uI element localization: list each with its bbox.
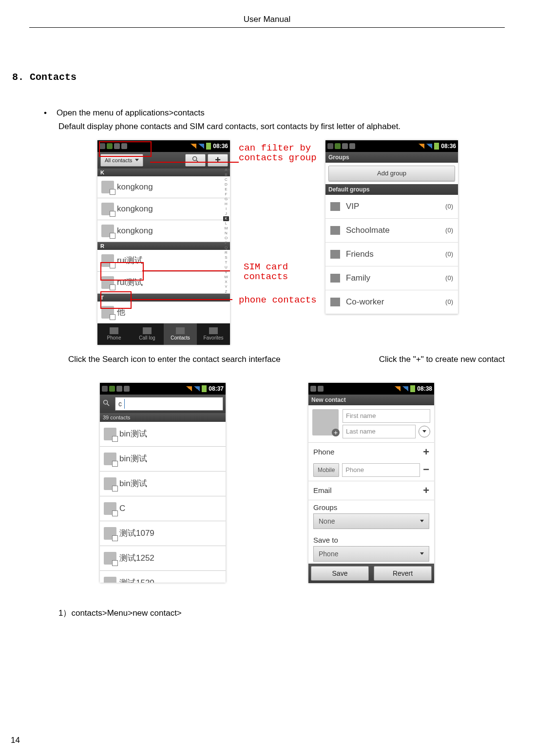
search-icon xyxy=(102,399,112,409)
group-row[interactable]: Family(0) xyxy=(325,266,458,290)
caption-right: Click the "+" to create new contact xyxy=(379,355,505,364)
phone-row: Mobile Phone − xyxy=(308,461,434,481)
status-icon xyxy=(310,386,316,392)
search-bar: c xyxy=(100,395,226,413)
search-result-row[interactable]: C xyxy=(100,496,226,521)
add-email-button[interactable]: + xyxy=(423,484,429,497)
status-icon xyxy=(349,143,355,149)
search-button[interactable] xyxy=(185,154,206,167)
page-number: 14 xyxy=(11,736,20,745)
group-icon xyxy=(330,298,340,306)
phone-input[interactable]: Phone xyxy=(342,463,420,477)
bullet-icon: • xyxy=(44,107,47,119)
tab-contacts[interactable]: Contacts xyxy=(164,323,197,345)
section-heading: 8. Contacts xyxy=(12,72,505,83)
search-result-row[interactable]: 测试1520 xyxy=(100,571,226,583)
group-name: Co-worker xyxy=(346,297,384,307)
signal-icon xyxy=(395,386,400,391)
tab-phone[interactable]: Phone xyxy=(97,323,131,345)
groups-section-label: Groups xyxy=(308,500,434,511)
result-name: C xyxy=(119,504,125,513)
contact-row[interactable]: kongkong xyxy=(97,176,230,198)
revert-button[interactable]: Revert xyxy=(374,566,432,581)
chevron-down-icon xyxy=(135,159,139,161)
avatar-icon xyxy=(101,181,114,193)
avatar-icon xyxy=(104,453,116,465)
clock: 08:37 xyxy=(209,385,224,392)
search-result-row[interactable]: bin测试 xyxy=(100,447,226,472)
contact-row[interactable]: kongkong xyxy=(97,198,230,220)
annotation-box xyxy=(99,141,152,157)
result-name: 测试1520 xyxy=(119,577,154,583)
screenshot-groups: 08:36 Groups Add group Default groups VI… xyxy=(325,140,458,314)
signal-icon xyxy=(194,386,200,391)
groups-dropdown[interactable]: None xyxy=(313,513,429,529)
group-row[interactable]: Co-worker(0) xyxy=(325,290,458,314)
screenshot-new-contact: 08:38 New contact First name Last name P… xyxy=(308,383,434,583)
annotation-line xyxy=(130,299,232,300)
signal-icon xyxy=(191,144,196,149)
bullet-text-2: Default display phone contacts and SIM c… xyxy=(58,121,505,132)
search-result-row[interactable]: 测试1079 xyxy=(100,521,226,546)
signal-icon xyxy=(426,144,432,149)
chevron-down-icon xyxy=(422,430,426,433)
battery-icon xyxy=(202,385,207,392)
bottom-tabs: PhoneCall logContactsFavorites xyxy=(97,323,230,345)
group-row[interactable]: Schoolmate(0) xyxy=(325,219,458,243)
avatar-icon xyxy=(104,502,116,515)
group-count: (0) xyxy=(445,203,453,210)
group-row[interactable]: VIP(0) xyxy=(325,195,458,219)
save-button[interactable]: Save xyxy=(311,566,369,581)
alphabet-index[interactable]: ABCDEFGHIJKLMNOPQRSTUVWXYZ xyxy=(223,168,229,294)
status-icon xyxy=(335,143,341,149)
tab-label: Phone xyxy=(107,335,121,340)
caption-left: Click the Search icon to enter the conta… xyxy=(68,355,281,364)
result-name: 测试1079 xyxy=(119,528,154,539)
battery-icon xyxy=(410,385,415,392)
avatar-icon xyxy=(101,203,114,215)
tab-favorites[interactable]: Favorites xyxy=(197,323,230,345)
tab-label: Favorites xyxy=(203,335,223,340)
contact-row[interactable]: kongkong xyxy=(97,220,230,242)
annotation-sim: SIM card contacts xyxy=(244,262,288,283)
step-1: 1）contacts>Menu>new contact> xyxy=(58,607,505,619)
add-group-button[interactable]: Add group xyxy=(328,166,455,181)
signal-icon xyxy=(419,144,424,149)
group-name: VIP xyxy=(346,202,359,211)
signal-icon xyxy=(198,144,204,149)
bottom-buttons: Save Revert xyxy=(308,564,434,583)
contact-avatar[interactable] xyxy=(312,409,339,435)
clock: 08:36 xyxy=(441,143,456,150)
svg-line-3 xyxy=(107,404,109,406)
search-result-row[interactable]: bin测试 xyxy=(100,422,226,447)
svg-point-2 xyxy=(104,400,108,404)
saveto-dropdown[interactable]: Phone xyxy=(313,546,429,562)
tab-call-log[interactable]: Call log xyxy=(131,323,164,345)
bullet-list: • Open the menu of applications>contacts… xyxy=(44,107,505,132)
tab-label: Call log xyxy=(139,335,155,340)
group-count: (0) xyxy=(445,274,453,282)
avatar-icon xyxy=(104,477,116,490)
search-result-row[interactable]: 测试1252 xyxy=(100,546,226,571)
status-bar: 08:36 xyxy=(325,140,458,152)
captions-row: Click the Search icon to enter the conta… xyxy=(29,355,505,364)
clock: 08:36 xyxy=(213,143,228,150)
add-phone-button[interactable]: + xyxy=(423,446,429,458)
chevron-down-icon xyxy=(420,552,424,555)
remove-phone-button[interactable]: − xyxy=(423,463,429,477)
status-icon xyxy=(116,386,122,392)
search-result-row[interactable]: bin测试 xyxy=(100,472,226,496)
group-row[interactable]: Friends(0) xyxy=(325,243,458,266)
groups-header: Groups xyxy=(325,152,458,163)
add-contact-button[interactable]: + xyxy=(208,154,228,167)
bullet-text-1: Open the menu of applications>contacts xyxy=(57,107,205,119)
first-name-input[interactable]: First name xyxy=(343,409,430,423)
search-input[interactable]: c xyxy=(115,397,223,411)
group-icon xyxy=(330,250,340,259)
last-name-input[interactable]: Last name xyxy=(343,425,416,438)
avatar-icon xyxy=(101,225,114,237)
contact-name: kongkong xyxy=(117,226,153,236)
svg-point-0 xyxy=(193,156,197,160)
expand-name-button[interactable] xyxy=(419,426,430,437)
phone-type-selector[interactable]: Mobile xyxy=(313,463,339,477)
